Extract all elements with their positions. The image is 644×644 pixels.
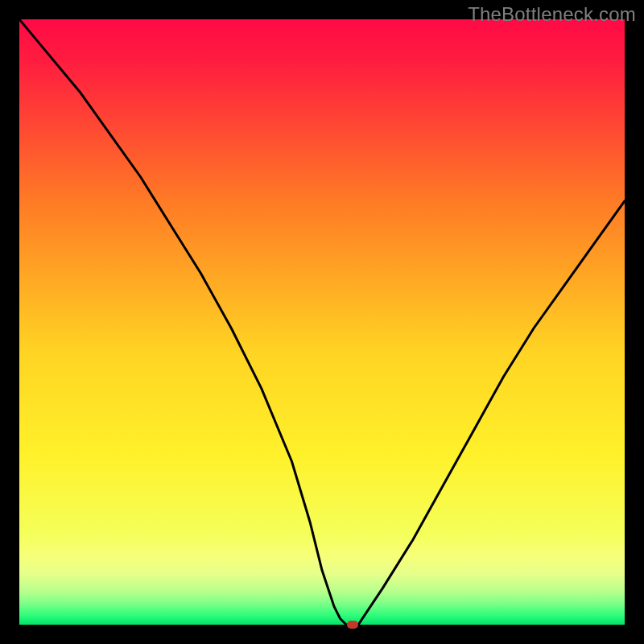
watermark-text: TheBottleneck.com <box>468 3 636 26</box>
optimal-marker <box>347 621 358 629</box>
chart-frame: TheBottleneck.com <box>0 0 644 644</box>
plot-svg <box>19 19 625 625</box>
gradient-background <box>19 19 625 625</box>
plot-area <box>19 19 625 625</box>
